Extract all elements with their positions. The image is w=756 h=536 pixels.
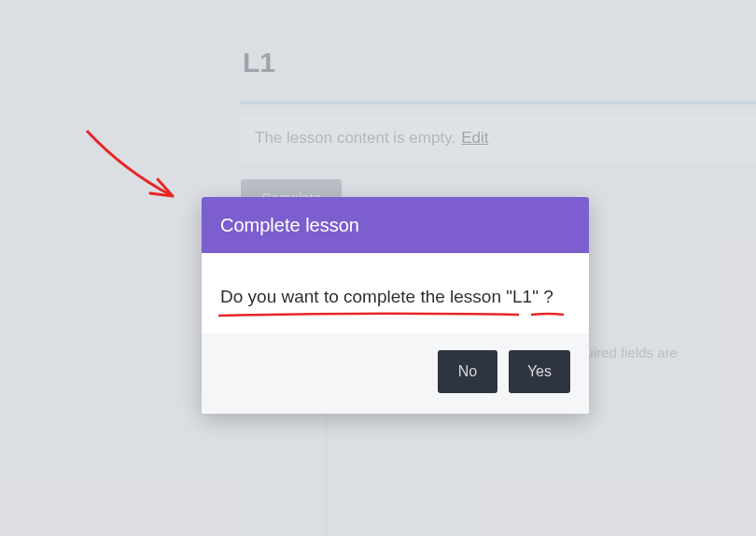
modal-prompt-suffix: ?	[539, 287, 553, 306]
modal-prompt: Do you want to complete the lesson "L1" …	[220, 287, 553, 306]
modal-title: Complete lesson	[202, 197, 589, 253]
content-empty-bar: The lesson content is empty. Edit	[240, 114, 756, 162]
no-button[interactable]: No	[438, 350, 497, 393]
modal-prompt-prefix: Do you want to complete the lesson	[220, 287, 506, 306]
yes-button[interactable]: Yes	[509, 350, 570, 393]
content-empty-text: The lesson content is empty.	[255, 129, 455, 148]
modal-lesson-name: "L1"	[506, 287, 539, 306]
complete-lesson-modal: Complete lesson Do you want to complete …	[202, 197, 589, 414]
modal-body: Do you want to complete the lesson "L1" …	[202, 253, 589, 333]
edit-link[interactable]: Edit	[461, 129, 488, 148]
modal-footer: No Yes	[202, 333, 589, 414]
page-title: L1	[243, 47, 275, 78]
title-divider	[240, 101, 756, 105]
underline-annotation-icon	[218, 311, 582, 324]
